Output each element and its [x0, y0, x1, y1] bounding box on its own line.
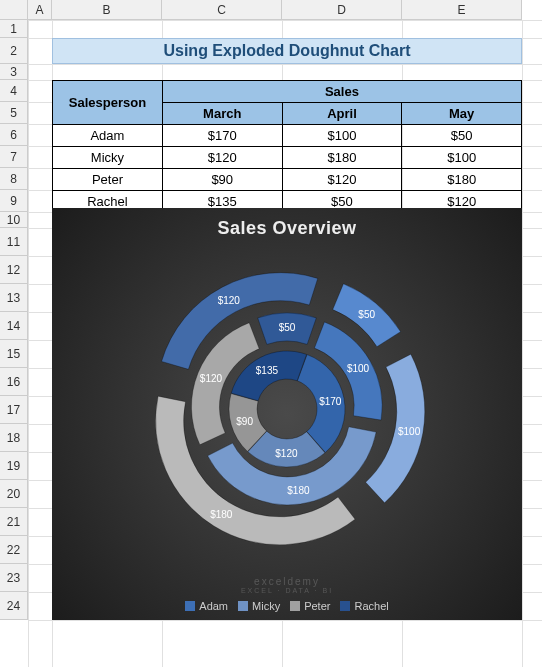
- data-label: $50: [279, 322, 296, 333]
- chart-title: Sales Overview: [52, 208, 522, 239]
- chart-area[interactable]: Sales OverviewexceldemyEXCEL · DATA · BI…: [52, 208, 522, 620]
- legend-swatch: [340, 601, 350, 611]
- legend-item[interactable]: Rachel: [340, 600, 388, 612]
- sales-table[interactable]: SalespersonSalesMarchAprilMayAdam$170$10…: [52, 80, 522, 213]
- table-row[interactable]: Adam$170$100$50: [53, 125, 522, 147]
- legend-item[interactable]: Peter: [290, 600, 330, 612]
- cell-value: $90: [162, 169, 282, 191]
- donut-chart[interactable]: [147, 269, 427, 549]
- row-header-23[interactable]: 23: [0, 564, 28, 592]
- th-salesperson: Salesperson: [53, 81, 163, 125]
- legend-swatch: [185, 601, 195, 611]
- col-header-C[interactable]: C: [162, 0, 282, 20]
- chart-legend: AdamMickyPeterRachel: [52, 600, 522, 612]
- data-label: $50: [358, 309, 375, 320]
- cell-value: $120: [282, 169, 402, 191]
- data-label: $180: [287, 485, 309, 496]
- row-header-6[interactable]: 6: [0, 124, 28, 146]
- row-header-5[interactable]: 5: [0, 102, 28, 124]
- row-header-8[interactable]: 8: [0, 168, 28, 190]
- row-header-24[interactable]: 24: [0, 592, 28, 620]
- cell-value: $100: [402, 147, 522, 169]
- row-header-3[interactable]: 3: [0, 64, 28, 80]
- row-header-13[interactable]: 13: [0, 284, 28, 312]
- row-header-22[interactable]: 22: [0, 536, 28, 564]
- data-label: $100: [398, 425, 420, 436]
- legend-item[interactable]: Micky: [238, 600, 280, 612]
- legend-label: Micky: [252, 600, 280, 612]
- col-header-D[interactable]: D: [282, 0, 402, 20]
- th-month: April: [282, 103, 402, 125]
- row-header-20[interactable]: 20: [0, 480, 28, 508]
- legend-label: Rachel: [354, 600, 388, 612]
- row-header-21[interactable]: 21: [0, 508, 28, 536]
- watermark-line2: EXCEL · DATA · BI: [52, 587, 522, 594]
- data-label: $180: [210, 509, 232, 520]
- table-row[interactable]: Micky$120$180$100: [53, 147, 522, 169]
- row-header-18[interactable]: 18: [0, 424, 28, 452]
- legend-swatch: [238, 601, 248, 611]
- cell-value: $180: [402, 169, 522, 191]
- cell-name: Peter: [53, 169, 163, 191]
- cell-name: Adam: [53, 125, 163, 147]
- row-header-14[interactable]: 14: [0, 312, 28, 340]
- table-row[interactable]: Peter$90$120$180: [53, 169, 522, 191]
- th-month: March: [162, 103, 282, 125]
- row-header-17[interactable]: 17: [0, 396, 28, 424]
- legend-swatch: [290, 601, 300, 611]
- col-header-A[interactable]: A: [28, 0, 52, 20]
- column-headers: ABCDE: [28, 0, 522, 20]
- row-header-2[interactable]: 2: [0, 38, 28, 64]
- data-label: $120: [275, 447, 297, 458]
- row-headers: 123456789101112131415161718192021222324: [0, 20, 28, 620]
- row-header-4[interactable]: 4: [0, 80, 28, 102]
- row-header-12[interactable]: 12: [0, 256, 28, 284]
- cell-value: $50: [402, 125, 522, 147]
- select-all-corner[interactable]: [0, 0, 28, 20]
- watermark-line1: exceldemy: [52, 576, 522, 587]
- data-label: $170: [319, 395, 341, 406]
- legend-label: Adam: [199, 600, 228, 612]
- th-sales: Sales: [162, 81, 521, 103]
- data-label: $100: [347, 363, 369, 374]
- col-header-B[interactable]: B: [52, 0, 162, 20]
- data-label: $135: [256, 364, 278, 375]
- legend-label: Peter: [304, 600, 330, 612]
- data-label: $120: [218, 294, 240, 305]
- legend-item[interactable]: Adam: [185, 600, 228, 612]
- cell-grid[interactable]: Using Exploded Doughnut ChartSalesperson…: [28, 20, 542, 667]
- row-header-1[interactable]: 1: [0, 20, 28, 38]
- th-month: May: [402, 103, 522, 125]
- col-header-E[interactable]: E: [402, 0, 522, 20]
- row-header-19[interactable]: 19: [0, 452, 28, 480]
- row-header-9[interactable]: 9: [0, 190, 28, 212]
- row-header-15[interactable]: 15: [0, 340, 28, 368]
- row-header-16[interactable]: 16: [0, 368, 28, 396]
- data-label: $90: [236, 415, 253, 426]
- row-header-11[interactable]: 11: [0, 228, 28, 256]
- cell-value: $180: [282, 147, 402, 169]
- page-title: Using Exploded Doughnut Chart: [52, 38, 522, 64]
- row-header-10[interactable]: 10: [0, 212, 28, 228]
- cell-value: $170: [162, 125, 282, 147]
- donut-wrap: $170$120$90$135$100$180$120$50$50$100$18…: [52, 248, 522, 570]
- watermark: exceldemyEXCEL · DATA · BI: [52, 576, 522, 594]
- data-label: $120: [200, 373, 222, 384]
- row-header-7[interactable]: 7: [0, 146, 28, 168]
- cell-name: Micky: [53, 147, 163, 169]
- cell-value: $100: [282, 125, 402, 147]
- cell-value: $120: [162, 147, 282, 169]
